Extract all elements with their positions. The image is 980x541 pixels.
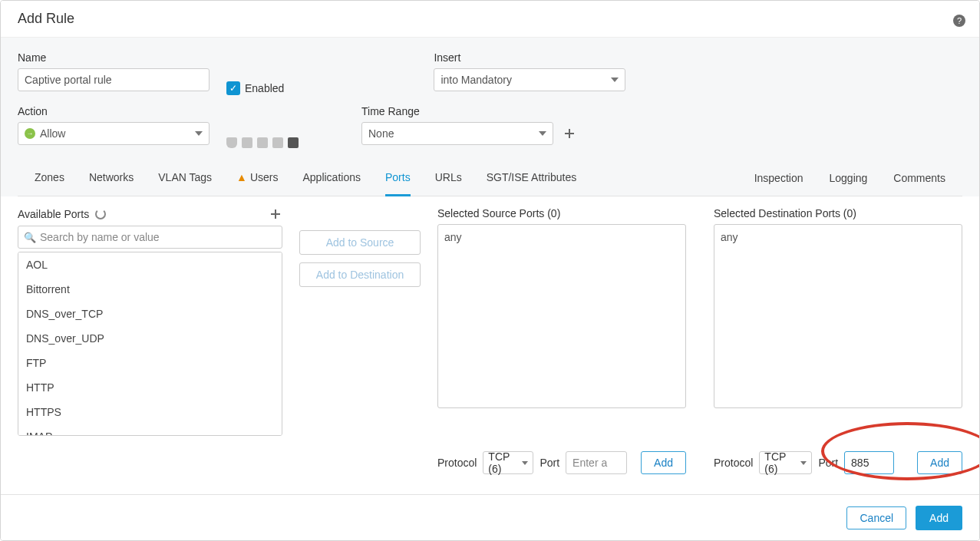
- tabs: ZonesNetworksVLAN Tags▲UsersApplications…: [18, 159, 962, 196]
- selected-source-box[interactable]: any: [437, 224, 686, 408]
- tab-applications[interactable]: Applications: [302, 171, 361, 196]
- selected-source-value: any: [444, 231, 462, 243]
- tab-comments[interactable]: Comments: [893, 172, 945, 195]
- available-search-input[interactable]: [18, 226, 282, 249]
- lock-icon: [257, 137, 268, 148]
- chevron-down-icon: [522, 461, 528, 465]
- tab-vlan-tags[interactable]: VLAN Tags: [158, 171, 212, 196]
- list-item[interactable]: FTP: [18, 351, 282, 375]
- selected-dest-value: any: [721, 231, 738, 243]
- action-value: Allow: [40, 127, 65, 140]
- list-item[interactable]: HTTP: [18, 375, 282, 400]
- dst-port-label: Port: [818, 457, 838, 469]
- chevron-down-icon: [611, 78, 619, 82]
- timerange-value: None: [368, 127, 394, 140]
- enabled-label: Enabled: [245, 82, 284, 94]
- dst-port-input[interactable]: [844, 451, 894, 474]
- selected-dest-title: Selected Destination Ports (0): [714, 207, 962, 219]
- src-protocol-label: Protocol: [437, 457, 477, 469]
- cancel-button[interactable]: Cancel: [846, 506, 906, 529]
- enabled-checkbox[interactable]: ✓: [226, 81, 240, 95]
- selected-source-title: Selected Source Ports (0): [437, 207, 686, 219]
- chevron-down-icon: [195, 131, 203, 136]
- list-item[interactable]: DNS_over_UDP: [18, 326, 282, 351]
- src-port-label: Port: [539, 457, 559, 469]
- add-timerange-button[interactable]: [563, 127, 576, 140]
- tabs-left: ZonesNetworksVLAN Tags▲UsersApplications…: [35, 171, 576, 196]
- insert-select[interactable]: into Mandatory: [434, 68, 625, 91]
- list-item[interactable]: IMAP: [18, 424, 282, 436]
- search-icon: 🔍: [24, 232, 36, 243]
- add-to-source-button[interactable]: Add to Source: [299, 230, 421, 255]
- tab-users[interactable]: ▲Users: [236, 171, 278, 196]
- add-button[interactable]: Add: [916, 506, 962, 530]
- action-label: Action: [18, 105, 210, 117]
- available-ports-list[interactable]: AOLBittorrentDNS_over_TCPDNS_over_UDPFTP…: [18, 252, 282, 436]
- list-item[interactable]: HTTPS: [18, 400, 282, 424]
- form-area: Name ✓ Enabled Insert into Mandatory Act…: [1, 38, 979, 196]
- insert-value: into Mandatory: [441, 74, 512, 86]
- timerange-select[interactable]: None: [361, 122, 553, 145]
- tabs-right: InspectionLoggingComments: [754, 172, 945, 195]
- tab-zones[interactable]: Zones: [35, 171, 64, 196]
- tab-networks[interactable]: Networks: [89, 171, 134, 196]
- dst-add-button[interactable]: Add: [917, 451, 962, 474]
- refresh-icon[interactable]: [95, 209, 106, 219]
- add-rule-modal: Add Rule ? Name ✓ Enabled Insert into Ma…: [0, 0, 980, 541]
- modal-header: Add Rule ?: [1, 1, 979, 38]
- selected-dest-box[interactable]: any: [714, 224, 962, 408]
- tab-logging[interactable]: Logging: [829, 172, 867, 195]
- modal-footer: Cancel Add: [1, 494, 979, 540]
- tab-ports[interactable]: Ports: [385, 171, 411, 196]
- add-port-button[interactable]: [269, 207, 282, 221]
- log-icon: [288, 137, 299, 148]
- list-item[interactable]: AOL: [18, 252, 282, 277]
- list-item[interactable]: Bittorrent: [18, 277, 282, 302]
- src-protocol-select[interactable]: TCP (6): [483, 451, 533, 474]
- tab-sgt-ise-attributes[interactable]: SGT/ISE Attributes: [487, 171, 577, 196]
- dst-protocol-label: Protocol: [714, 457, 753, 469]
- modal-title: Add Rule: [18, 11, 74, 27]
- warning-icon: ▲: [236, 171, 247, 183]
- file-icon: [242, 137, 252, 148]
- chevron-down-icon: [800, 461, 807, 465]
- dst-protocol-select[interactable]: TCP (6): [759, 451, 812, 474]
- ports-panel: Available Ports 🔍 AOLBittorrentDNS_over_…: [1, 196, 979, 474]
- allow-icon: →: [25, 128, 35, 139]
- add-to-destination-button[interactable]: Add to Destination: [299, 262, 421, 287]
- tab-urls[interactable]: URLs: [435, 171, 462, 196]
- timerange-label: Time Range: [361, 105, 576, 117]
- available-ports-title: Available Ports: [18, 208, 89, 220]
- name-input[interactable]: [18, 68, 210, 91]
- insert-label: Insert: [434, 51, 625, 64]
- list-item[interactable]: DNS_over_TCP: [18, 302, 282, 326]
- src-add-button[interactable]: Add: [641, 451, 686, 474]
- name-label: Name: [18, 51, 210, 64]
- shield-icon: [226, 137, 237, 148]
- chevron-down-icon: [539, 131, 546, 136]
- action-select[interactable]: → Allow: [18, 122, 210, 145]
- picture-icon: [272, 137, 283, 148]
- tab-inspection[interactable]: Inspection: [754, 172, 803, 195]
- src-port-input[interactable]: [566, 451, 627, 474]
- help-icon[interactable]: ?: [953, 15, 965, 27]
